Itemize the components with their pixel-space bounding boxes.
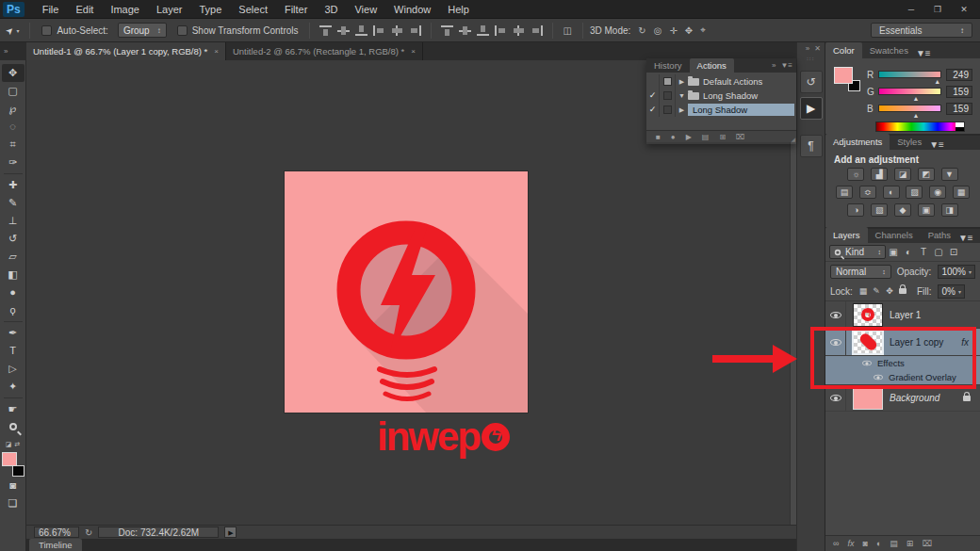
tab-channels[interactable]: Channels: [868, 227, 921, 243]
tab-adjustments[interactable]: Adjustments: [825, 134, 890, 150]
visibility-eye-icon[interactable]: [830, 395, 841, 401]
red-slider[interactable]: ▲: [878, 71, 941, 78]
align-top-icon[interactable]: [319, 25, 332, 36]
dialog-toggle-checkbox[interactable]: [663, 91, 672, 100]
layer-thumbnail[interactable]: [853, 331, 883, 354]
slider-thumb-icon[interactable]: ▲: [913, 95, 920, 102]
hue-saturation-icon[interactable]: ▤: [836, 186, 853, 199]
lock-all-icon[interactable]: [896, 286, 909, 296]
panel-menu-icon[interactable]: ▼≡: [780, 58, 792, 73]
actions-panel-button[interactable]: ▶: [800, 97, 823, 120]
toolbar-collapse-icon[interactable]: »: [0, 42, 26, 60]
tab-swatches[interactable]: Swatches: [862, 42, 916, 58]
3d-orbit-icon[interactable]: ↻: [638, 25, 645, 36]
menu-file[interactable]: File: [34, 0, 68, 19]
new-layer-icon[interactable]: ⊞: [906, 539, 914, 548]
selective-color-icon[interactable]: ▣: [918, 203, 935, 217]
status-options-arrow-icon[interactable]: ▶: [224, 527, 237, 538]
lock-pixels-icon[interactable]: ✎: [870, 286, 883, 296]
tab-actions[interactable]: Actions: [690, 58, 734, 73]
blue-slider[interactable]: ▲: [878, 105, 941, 112]
history-panel-button[interactable]: ↺: [800, 71, 823, 93]
align-left-icon[interactable]: [373, 25, 385, 36]
slider-thumb-icon[interactable]: ▲: [913, 112, 920, 119]
menu-help[interactable]: Help: [439, 0, 478, 19]
filter-shape-layers-icon[interactable]: ▢: [931, 247, 946, 257]
lasso-tool[interactable]: ℘: [2, 100, 24, 118]
menu-select[interactable]: Select: [230, 0, 276, 19]
dock-close-icon[interactable]: ✕: [814, 44, 821, 53]
distribute-right-icon[interactable]: [531, 25, 543, 36]
brightness-contrast-icon[interactable]: ☼: [847, 168, 864, 181]
tab-layers[interactable]: Layers: [825, 227, 868, 243]
align-bottom-icon[interactable]: [355, 25, 368, 36]
paragraph-panel-button[interactable]: ¶: [800, 135, 823, 157]
curves-icon[interactable]: ◪: [894, 168, 911, 181]
spot-healing-brush-tool[interactable]: ✚: [2, 176, 24, 194]
layer-row-background[interactable]: Background: [825, 384, 980, 412]
panel-menu-icon[interactable]: ▼≡: [916, 48, 931, 58]
invert-icon[interactable]: ◑: [847, 203, 864, 217]
foreground-color-swatch[interactable]: [2, 452, 17, 466]
panel-menu-icon[interactable]: ▼≡: [929, 139, 944, 150]
background-color-swatch[interactable]: [12, 465, 24, 477]
menu-window[interactable]: Window: [385, 0, 439, 19]
gradient-overlay-row[interactable]: Gradient Overlay: [825, 370, 980, 384]
crop-tool[interactable]: ⌗: [2, 136, 24, 154]
swap-colors-icon[interactable]: ⇄: [14, 441, 20, 448]
new-action-icon[interactable]: ⊞: [719, 133, 726, 141]
move-tool[interactable]: ✥: [2, 64, 24, 82]
dialog-toggle-checkbox[interactable]: [663, 105, 672, 114]
zoom-tool[interactable]: [2, 418, 24, 436]
menu-3d[interactable]: 3D: [316, 0, 346, 19]
history-brush-tool[interactable]: ↺: [2, 230, 24, 248]
visibility-eye-icon[interactable]: [830, 339, 841, 346]
quick-selection-tool[interactable]: ◌: [2, 118, 24, 136]
panel-menu-icon[interactable]: ▼≡: [958, 233, 973, 243]
zoom-level-field[interactable]: 66.67%: [34, 527, 79, 538]
visibility-eye-icon[interactable]: [862, 361, 872, 366]
brush-tool[interactable]: ✎: [2, 194, 24, 212]
layer-row-layer-1-copy[interactable]: Layer 1 copy fx ▲: [825, 329, 980, 356]
threshold-icon[interactable]: ◆: [894, 203, 911, 217]
timeline-tab[interactable]: Timeline: [29, 539, 82, 551]
tab-styles[interactable]: Styles: [890, 134, 929, 150]
filter-type-layers-icon[interactable]: T: [916, 247, 931, 257]
play-icon[interactable]: ▶: [686, 133, 692, 141]
document-tab-untitled-1[interactable]: Untitled-1 @ 66.7% (Layer 1 copy, RGB/8)…: [26, 42, 226, 60]
lock-position-icon[interactable]: ✥: [883, 286, 896, 296]
layer-mask-icon[interactable]: ◙: [862, 539, 867, 548]
type-tool[interactable]: T: [2, 342, 24, 360]
action-row-default-actions[interactable]: ▶ Default Actions: [646, 74, 796, 89]
workspace-switcher[interactable]: Essentials ↕: [871, 23, 972, 38]
layer-name[interactable]: Layer 1: [890, 310, 980, 320]
resize-handle-icon[interactable]: ◢: [791, 136, 795, 142]
document-tab-untitled-2[interactable]: Untitled-2 @ 66.7% (Rectangle 1, RGB/8) …: [226, 42, 423, 60]
gradient-map-icon[interactable]: ◨: [941, 203, 958, 217]
layer-row-layer-1[interactable]: ϟ Layer 1: [825, 301, 980, 329]
tab-close-icon[interactable]: ×: [411, 47, 416, 56]
fill-field[interactable]: 0% ▾: [938, 284, 964, 299]
dodge-tool[interactable]: ϙ: [2, 301, 24, 319]
eraser-tool[interactable]: ▱: [2, 248, 24, 266]
slider-thumb-icon[interactable]: ▲: [934, 78, 940, 85]
expand-icon[interactable]: ▶: [676, 78, 688, 86]
filter-smart-objects-icon[interactable]: ⊡: [946, 247, 961, 257]
tab-paths[interactable]: Paths: [921, 227, 958, 243]
3d-slide-icon[interactable]: ✥: [685, 25, 693, 36]
gradient-tool[interactable]: ◧: [2, 266, 24, 284]
menu-edit[interactable]: Edit: [67, 0, 102, 19]
layer-name[interactable]: Background: [890, 393, 963, 403]
posterize-icon[interactable]: ▧: [871, 203, 888, 217]
tab-color[interactable]: Color: [825, 42, 862, 58]
quick-mask-button[interactable]: ◙: [2, 477, 24, 494]
layer-thumbnail[interactable]: [853, 386, 883, 410]
custom-shape-tool[interactable]: ✦: [2, 378, 24, 396]
pen-tool[interactable]: ✒: [2, 324, 24, 342]
visibility-eye-icon[interactable]: [874, 375, 883, 381]
channel-mixer-icon[interactable]: ◉: [929, 186, 946, 199]
show-transform-checkbox[interactable]: [177, 25, 188, 36]
path-selection-tool[interactable]: ▷: [2, 360, 24, 378]
foreground-color-swatch[interactable]: [834, 67, 853, 84]
levels-icon[interactable]: ▟: [871, 168, 888, 181]
